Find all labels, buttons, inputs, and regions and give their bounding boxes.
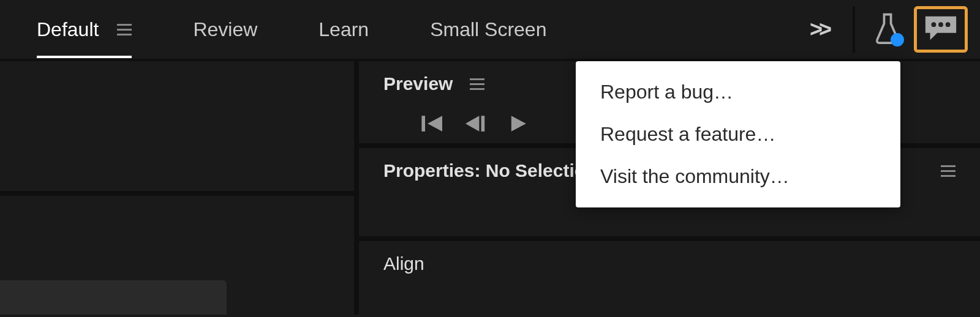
svg-rect-6 — [481, 116, 485, 132]
topbar-right-icons — [846, 6, 968, 53]
align-title: Align — [383, 253, 424, 274]
svg-point-0 — [932, 22, 937, 27]
skip-back-icon[interactable] — [420, 114, 445, 133]
play-icon[interactable] — [506, 114, 530, 133]
menu-icon[interactable] — [117, 24, 132, 35]
left-lower-panel — [0, 196, 354, 315]
properties-title: Properties: No Selection — [383, 160, 597, 181]
menu-item-request-feature[interactable]: Request a feature… — [576, 113, 900, 155]
tab-review[interactable]: Review — [193, 12, 257, 47]
feedback-popup-menu: Report a bug… Request a feature… Visit t… — [576, 61, 900, 207]
tab-learn-label: Learn — [318, 18, 369, 41]
left-panel — [0, 61, 359, 315]
preview-title: Preview — [383, 73, 453, 94]
divider — [853, 6, 855, 53]
tab-small-screen-label: Small Screen — [430, 18, 546, 41]
menu-item-report-bug[interactable]: Report a bug… — [576, 71, 900, 113]
tab-small-screen[interactable]: Small Screen — [430, 12, 546, 47]
speech-bubble-icon — [923, 13, 959, 45]
tab-default-label: Default — [37, 18, 99, 41]
tab-default[interactable]: Default — [37, 12, 132, 47]
tab-stub[interactable] — [0, 280, 227, 315]
align-panel: Align — [359, 241, 980, 286]
svg-point-1 — [938, 22, 943, 27]
tab-review-label: Review — [193, 18, 257, 41]
step-back-icon[interactable] — [463, 114, 488, 133]
menu-item-visit-community[interactable]: Visit the community… — [576, 155, 900, 198]
svg-marker-5 — [466, 116, 479, 132]
tab-learn[interactable]: Learn — [318, 12, 369, 47]
menu-icon[interactable] — [941, 165, 956, 177]
svg-marker-7 — [511, 116, 526, 132]
svg-rect-3 — [421, 116, 425, 132]
svg-point-2 — [946, 22, 951, 27]
svg-marker-4 — [428, 116, 442, 132]
left-upper-panel — [0, 61, 354, 196]
feedback-button[interactable] — [914, 6, 968, 53]
notification-dot-icon — [891, 33, 904, 47]
overflow-chevron-icon[interactable]: >> — [810, 17, 828, 42]
workspace-tabs: Default Review Learn Small Screen — [12, 12, 810, 47]
labs-flask-icon[interactable] — [873, 12, 902, 47]
workspace-topbar: Default Review Learn Small Screen >> — [0, 0, 980, 61]
menu-icon[interactable] — [470, 78, 484, 90]
